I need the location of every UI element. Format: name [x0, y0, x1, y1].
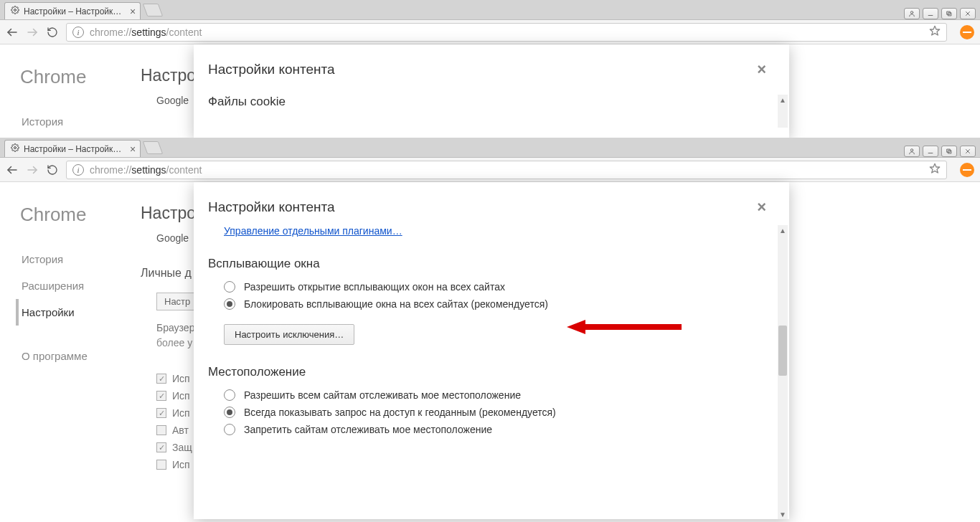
svg-marker-19 [930, 163, 939, 173]
location-deny-option[interactable]: Запретить сайтам отслеживать мое местопо… [224, 424, 769, 435]
location-allow-option[interactable]: Разрешить всем сайтам отслеживать мое ме… [224, 389, 769, 401]
address-bar[interactable]: i chrome://settings/content [66, 23, 947, 42]
dialog-title: Настройки контента [208, 62, 335, 77]
radio-icon [224, 407, 235, 418]
tab-close-icon[interactable]: × [130, 6, 136, 16]
svg-point-10 [14, 147, 17, 149]
page-content: Chrome Настрой Google История Расширения… [0, 44, 980, 138]
radio-icon [224, 389, 235, 401]
dialog-close-button[interactable]: × [754, 62, 769, 77]
checkbox-icon [156, 460, 166, 470]
tab-title: Настройки – Настройки к… [24, 6, 124, 16]
site-info-icon[interactable]: i [72, 27, 84, 38]
minimize-button[interactable] [923, 8, 938, 19]
location-allow-label: Разрешить всем сайтам отслеживать мое ме… [244, 389, 521, 401]
back-button[interactable] [6, 163, 19, 176]
settings-sub-google: Google [156, 232, 189, 244]
maximize-button[interactable] [941, 146, 957, 157]
toolbar: i chrome://settings/content [0, 20, 980, 44]
tab-close-icon[interactable]: × [130, 144, 136, 154]
close-window-button[interactable] [960, 146, 976, 157]
checkbox-icon: ✓ [156, 391, 166, 401]
manage-plugins-link[interactable]: Управление отдельными плагинами… [224, 225, 402, 237]
checkbox-icon: ✓ [156, 442, 166, 452]
settings-button-fragment[interactable]: Настр [156, 293, 198, 310]
close-window-button[interactable] [960, 8, 976, 19]
scroll-thumb[interactable] [778, 326, 787, 376]
browser-tab[interactable]: Настройки – Настройки к… × [4, 2, 141, 19]
dialog-body: Управление отдельными плагинами… Всплыва… [194, 225, 789, 519]
reload-button[interactable] [46, 26, 59, 39]
dialog-header: Настройки контента × [194, 44, 789, 87]
titlebar: Настройки – Настройки к… × [0, 138, 980, 158]
user-icon[interactable] [904, 146, 920, 157]
location-ask-option[interactable]: Всегда показывать запрос на доступ к гео… [224, 407, 769, 418]
bookmark-star-icon[interactable] [929, 163, 941, 176]
svg-marker-9 [930, 26, 939, 35]
settings-checkbox-row[interactable]: Авт [156, 424, 192, 436]
browser-window-top: Настройки – Настройки к… × i chrome://se… [0, 0, 980, 138]
extension-adblock-icon[interactable] [960, 163, 974, 177]
svg-point-0 [14, 9, 17, 11]
checkbox-icon [156, 425, 166, 435]
window-controls [904, 146, 980, 157]
url-path: /content [166, 27, 202, 38]
section-cookies-header: Файлы cookie [208, 95, 769, 109]
dialog-header: Настройки контента × [194, 182, 789, 225]
maximize-button[interactable] [941, 8, 957, 19]
svg-point-1 [910, 11, 913, 14]
url-scheme: chrome: [90, 27, 126, 38]
new-tab-button[interactable] [143, 4, 164, 16]
checkbox-icon: ✓ [156, 374, 166, 384]
popups-block-option[interactable]: Блокировать всплывающие окна на всех сай… [224, 298, 769, 310]
url-path: /content [166, 164, 202, 176]
toolbar: i chrome://settings/content [0, 158, 980, 182]
settings-checkbox-row[interactable]: ✓Исп [156, 373, 192, 384]
gear-icon [11, 143, 19, 154]
reload-button[interactable] [46, 163, 59, 176]
address-bar[interactable]: i chrome://settings/content [66, 161, 947, 179]
settings-checkbox-row[interactable]: ✓Исп [156, 390, 192, 402]
svg-marker-20 [567, 320, 682, 334]
url-host: settings [131, 27, 166, 38]
url-scheme: chrome: [90, 164, 126, 176]
back-button[interactable] [6, 26, 19, 39]
radio-icon [224, 424, 235, 435]
location-ask-label: Всегда показывать запрос на доступ к гео… [244, 407, 556, 418]
scroll-up-icon[interactable]: ▲ [778, 95, 788, 105]
popups-allow-option[interactable]: Разрешить открытие всплывающих окон на в… [224, 281, 769, 293]
extension-adblock-icon[interactable] [960, 25, 974, 39]
forward-button[interactable] [26, 163, 39, 176]
popups-exceptions-button[interactable]: Настроить исключения… [224, 324, 354, 345]
page-content: Chrome Настрой Google История Расширения… [0, 182, 980, 522]
settings-checkbox-row[interactable]: ✓Защ [156, 442, 192, 453]
dialog-scrollbar[interactable]: ▲ [778, 95, 788, 128]
checkbox-icon: ✓ [156, 408, 166, 418]
svg-rect-4 [948, 13, 951, 16]
dialog-scrollbar[interactable]: ▲ ▼ [778, 225, 788, 519]
location-deny-label: Запретить сайтам отслеживать мое местопо… [244, 424, 492, 435]
svg-point-11 [910, 149, 913, 151]
bookmark-star-icon[interactable] [929, 25, 941, 39]
dialog-close-button[interactable]: × [754, 199, 769, 215]
forward-button[interactable] [26, 26, 39, 39]
new-tab-button[interactable] [143, 141, 164, 154]
content-settings-dialog: Настройки контента × Файлы cookie ▲ [194, 44, 789, 138]
minimize-button[interactable] [923, 146, 938, 157]
settings-checkbox-row[interactable]: Исп [156, 459, 192, 470]
popups-block-label: Блокировать всплывающие окна на всех сай… [244, 298, 548, 310]
titlebar: Настройки – Настройки к… × [0, 0, 980, 20]
scroll-down-icon[interactable]: ▼ [778, 509, 788, 519]
site-info-icon[interactable]: i [72, 164, 84, 176]
tab-title: Настройки – Настройки к… [24, 144, 124, 154]
dialog-body: Файлы cookie ▲ [194, 95, 789, 128]
user-icon[interactable] [904, 8, 920, 19]
dialog-title: Настройки контента [208, 199, 335, 215]
settings-text-browser: Браузер [156, 322, 194, 333]
annotation-arrow-icon [567, 318, 682, 336]
scroll-up-icon[interactable]: ▲ [778, 225, 788, 235]
section-popups-header: Всплывающие окна [208, 257, 769, 271]
browser-tab[interactable]: Настройки – Настройки к… × [4, 140, 141, 157]
settings-checkbox-row[interactable]: ✓Исп [156, 407, 192, 419]
radio-icon [224, 281, 235, 293]
